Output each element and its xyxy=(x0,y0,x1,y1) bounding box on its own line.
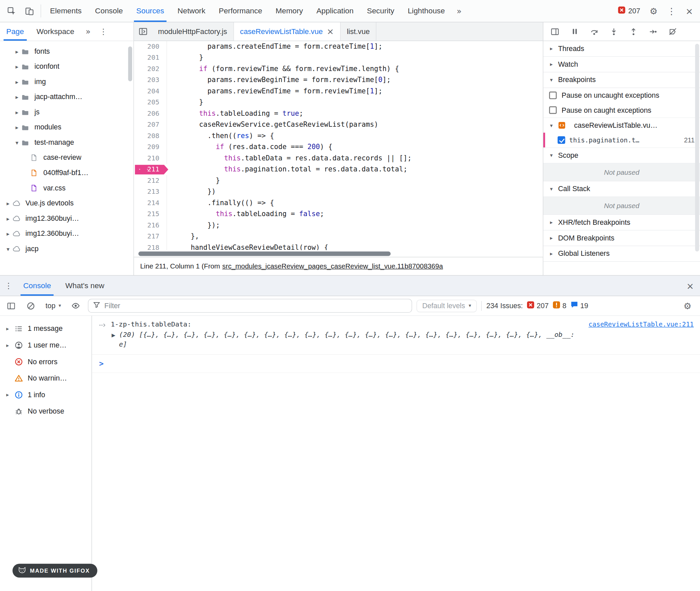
hscrollbar-thumb[interactable] xyxy=(138,251,391,256)
clear-console-icon[interactable] xyxy=(23,302,39,310)
device-toolbar-icon[interactable] xyxy=(21,0,39,22)
tree-item-img[interactable]: ▸img xyxy=(0,74,133,89)
drawer-tab-console[interactable]: Console xyxy=(16,275,58,296)
navigator-tab-workspace[interactable]: Workspace xyxy=(30,22,81,41)
console-log-entry[interactable]: 1-zp-this.tableData: ▶ (20) [{…}, {…}, {… xyxy=(92,316,700,354)
inspect-element-icon[interactable] xyxy=(3,0,21,22)
line-number[interactable]: 203 xyxy=(134,75,167,86)
tree-collapse-icon[interactable]: ▾ xyxy=(13,139,22,146)
line-number[interactable]: 205 xyxy=(134,97,167,108)
tree-scrollbar[interactable] xyxy=(128,46,132,81)
panel-tab-performance[interactable]: Performance xyxy=(212,0,269,22)
live-expression-eye-icon[interactable] xyxy=(68,302,84,310)
pause-option-checkbox[interactable] xyxy=(549,92,557,100)
line-number[interactable]: 200 xyxy=(134,41,167,52)
drawer-menu-icon[interactable]: ⋮ xyxy=(1,275,16,296)
issues-warning-count[interactable]: 8 xyxy=(553,301,566,311)
tree-item-modules[interactable]: ▸modules xyxy=(0,120,133,135)
breakpoint-entry[interactable]: this.pagination.t…211 xyxy=(543,133,700,148)
close-tab-icon[interactable]: × xyxy=(327,27,334,36)
close-devtools-icon[interactable]: × xyxy=(680,6,698,16)
panel-tab-application[interactable]: Application xyxy=(310,0,360,22)
line-number[interactable]: 212 xyxy=(134,175,167,186)
console-filter-no-errors[interactable]: No errors xyxy=(0,353,92,370)
tree-collapse-icon[interactable]: ▾ xyxy=(4,246,13,252)
line-number[interactable]: 201 xyxy=(134,52,167,63)
dock-debugger-icon[interactable] xyxy=(545,22,565,41)
tree-item-fonts[interactable]: ▸fonts xyxy=(0,44,133,59)
tree-item-jacp[interactable]: ▾jacp xyxy=(0,241,133,257)
more-panels-icon[interactable]: » xyxy=(452,0,467,22)
pause-option-pause-on-caught-exceptions[interactable]: Pause on caught exceptions xyxy=(543,103,700,117)
console-settings-gear-icon[interactable]: ⚙ xyxy=(679,301,697,311)
pause-option-checkbox[interactable] xyxy=(549,107,557,114)
tree-expand-icon[interactable]: ▸ xyxy=(13,94,22,101)
line-number[interactable]: 208 xyxy=(134,130,167,141)
line-number[interactable]: 210 xyxy=(134,153,167,164)
section-header-breakpoints[interactable]: ▾Breakpoints xyxy=(543,72,700,88)
navigator-tab-page[interactable]: Page xyxy=(0,22,30,41)
console-filter-1-user-me[interactable]: ▸1 user me… xyxy=(0,337,92,353)
console-filter-no-verbose[interactable]: No verbose xyxy=(0,403,92,419)
issues-message-count[interactable]: 19 xyxy=(570,301,588,311)
panel-tab-console[interactable]: Console xyxy=(88,0,130,22)
expand-array-icon[interactable]: ▶ xyxy=(112,332,115,339)
editor-tab-casereviewlisttable-vue[interactable]: caseReviewListTable.vue× xyxy=(234,22,340,41)
tree-item-vue-js-devtools[interactable]: ▸Vue.js devtools xyxy=(0,196,133,211)
tree-item-040ff9af-bf1[interactable]: 040ff9af-bf1… xyxy=(0,166,133,181)
filter-input[interactable] xyxy=(104,302,407,310)
execution-context-selector[interactable]: top ▾ xyxy=(43,302,64,310)
tree-expand-icon[interactable]: ▸ xyxy=(4,215,13,222)
tree-expand-icon[interactable]: ▸ xyxy=(4,230,13,237)
tree-item-jacp-attachm[interactable]: ▸jacp-attachm… xyxy=(0,89,133,105)
section-header-threads[interactable]: ▸Threads xyxy=(543,41,700,57)
line-number[interactable]: 209 xyxy=(134,142,167,153)
drawer-tab-whats-new[interactable]: What's new xyxy=(58,275,112,296)
console-filter-no-warnin[interactable]: No warnin… xyxy=(0,370,92,387)
section-header-watch[interactable]: ▸Watch xyxy=(543,57,700,72)
line-number[interactable]: 214 xyxy=(134,197,167,208)
panel-tab-sources[interactable]: Sources xyxy=(130,0,171,22)
step-out-icon[interactable] xyxy=(624,22,643,41)
tree-item-case-review[interactable]: case-review xyxy=(0,150,133,166)
issues-error-count[interactable]: 207 xyxy=(527,301,549,311)
log-levels-selector[interactable]: Default levels ▾ xyxy=(416,300,477,312)
tree-item-js[interactable]: ▸js xyxy=(0,105,133,120)
tree-item-test-manage[interactable]: ▾test-manage xyxy=(0,135,133,150)
line-number[interactable]: 213 xyxy=(134,186,167,197)
section-header-call-stack[interactable]: ▾Call Stack xyxy=(543,182,700,197)
section-header-dom-breakpoints[interactable]: ▸DOM Breakpoints xyxy=(543,231,700,246)
debugger-scrollbar[interactable] xyxy=(695,44,699,252)
console-filter-1-message[interactable]: ▸1 message xyxy=(0,320,92,337)
tree-expand-icon[interactable]: ▸ xyxy=(13,78,22,85)
kebab-menu-icon[interactable]: ⋮ xyxy=(663,6,681,16)
step-into-icon[interactable] xyxy=(604,22,624,41)
tree-item-img12-360buyi[interactable]: ▸img12.360buyi… xyxy=(0,211,133,226)
log-source-link[interactable]: caseReviewListTable.vue:211 xyxy=(589,321,694,328)
line-number[interactable]: 207 xyxy=(134,119,167,130)
panel-tab-elements[interactable]: Elements xyxy=(43,0,88,22)
line-number[interactable]: 216 xyxy=(134,220,167,231)
panel-tab-lighthouse[interactable]: Lighthouse xyxy=(401,0,452,22)
editor-hscrollbar[interactable] xyxy=(134,250,543,257)
tree-item-iconfont[interactable]: ▸iconfont xyxy=(0,59,133,74)
console-sidebar-toggle-icon[interactable] xyxy=(4,302,19,310)
section-header-xhr-fetch-breakpoints[interactable]: ▸XHR/fetch Breakpoints xyxy=(543,215,700,231)
line-number[interactable]: 202 xyxy=(134,63,167,74)
panel-tab-security[interactable]: Security xyxy=(360,0,401,22)
breakpoint-marker[interactable]: · ·211 xyxy=(134,164,167,175)
panel-tab-memory[interactable]: Memory xyxy=(269,0,310,22)
line-number[interactable]: 218 xyxy=(134,242,167,250)
settings-gear-icon[interactable]: ⚙ xyxy=(645,6,663,16)
breakpoint-checkbox[interactable] xyxy=(558,136,565,144)
breakpoint-file-group[interactable]: ▾caseReviewListTable.vu… xyxy=(543,117,700,133)
step-over-icon[interactable] xyxy=(584,22,604,41)
line-number[interactable]: 204 xyxy=(134,86,167,97)
code-editor[interactable]: 200 params.createEndTime = form.createTi… xyxy=(134,41,543,250)
console-prompt[interactable]: > xyxy=(92,354,700,373)
pause-script-icon[interactable] xyxy=(565,22,584,41)
sourcemap-source-link[interactable]: src_modules_jcaseReview_pages_caseReview… xyxy=(222,262,443,270)
deactivate-breakpoints-icon[interactable] xyxy=(663,22,683,41)
line-number[interactable]: 206 xyxy=(134,108,167,119)
line-number[interactable]: 215 xyxy=(134,208,167,219)
